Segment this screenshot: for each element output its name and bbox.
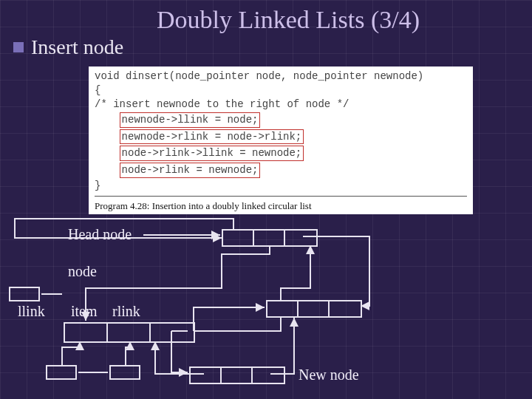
llink-cell: [9, 287, 40, 301]
code-highlight: newnode->rlink = node->rlink;: [120, 129, 304, 145]
code-line: node->rlink = newnode;: [95, 162, 467, 179]
code-line: node->rlink->llink = newnode;: [95, 145, 467, 162]
label-new-node: New node: [299, 366, 359, 383]
right-node-box: [266, 300, 362, 318]
code-line: newnode->llink = node;: [95, 112, 467, 129]
code-signature: void dinsert(node_pointer node, node_poi…: [95, 69, 467, 83]
code-comment: /* insert newnode to the right of node *…: [95, 98, 467, 112]
page-title: Doubly Linked Lists (3/4): [44, 0, 532, 34]
code-highlight: newnode->llink = node;: [120, 112, 261, 128]
code-open-brace: {: [95, 83, 467, 98]
aux-cell: [46, 365, 77, 380]
code-caption: Program 4.28: Insertion into a doubly li…: [95, 198, 467, 213]
code-close-brace: }: [95, 179, 467, 193]
new-node-box: [189, 366, 285, 384]
code-highlight: node->rlink->llink = newnode;: [120, 146, 304, 161]
divider: [95, 196, 467, 197]
aux-cell: [109, 365, 140, 380]
code-panel: void dinsert(node_pointer node, node_poi…: [89, 66, 473, 214]
node-box: [64, 322, 195, 343]
subtitle: Insert node: [31, 35, 123, 59]
bullet-icon: [13, 42, 24, 52]
label-head-node: Head node: [68, 226, 132, 243]
head-node-box: [222, 229, 318, 247]
code-highlight: node->rlink = newnode;: [120, 163, 261, 178]
code-line: newnode->rlink = node->rlink;: [95, 129, 467, 146]
subtitle-row: Insert node: [13, 35, 532, 59]
label-llink: llink: [18, 303, 45, 320]
label-node: node: [68, 263, 97, 280]
label-rlink: rlink: [112, 303, 140, 320]
label-item: item: [71, 303, 98, 320]
